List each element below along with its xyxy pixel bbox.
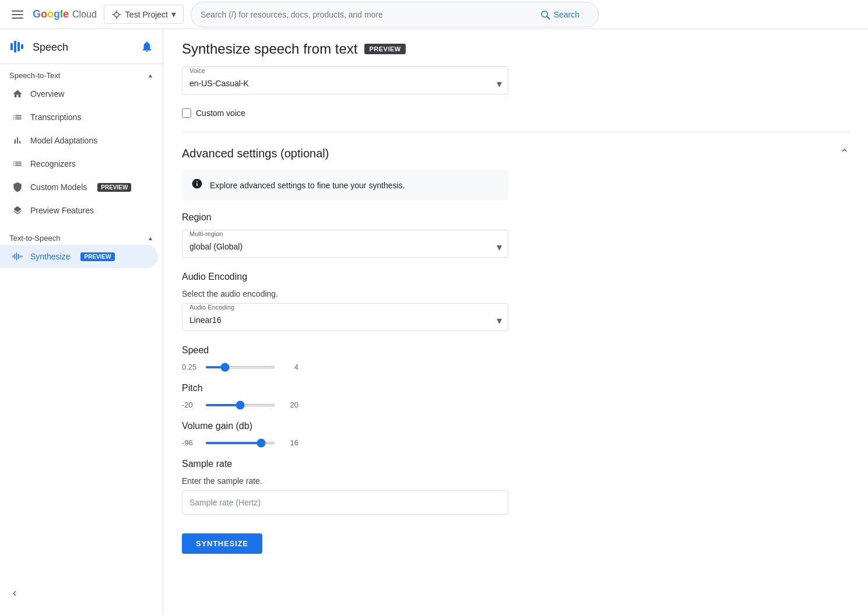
svg-rect-10 — [21, 44, 23, 49]
sidebar-collapse-button[interactable] — [0, 581, 163, 606]
region-section: Region Multi-region global (Global) ▾ — [182, 212, 849, 258]
waveform-icon — [12, 251, 23, 262]
app-header: Speech — [0, 29, 163, 64]
speed-slider[interactable] — [205, 366, 275, 368]
main-content: Synthesize speech from text PREVIEW Voic… — [163, 29, 868, 615]
volume-slider[interactable] — [205, 442, 275, 444]
sidebar-item-model-adaptations[interactable]: Model Adaptations — [0, 129, 158, 152]
speed-section: Speed 0.25 4 — [182, 345, 849, 371]
recognizers-icon — [12, 158, 23, 170]
audio-encoding-section: Audio Encoding Select the audio encoding… — [182, 272, 849, 331]
synthesize-preview-badge: PREVIEW — [80, 252, 114, 261]
svg-rect-8 — [14, 41, 16, 52]
project-icon — [111, 9, 122, 20]
project-name: Test Project — [125, 10, 168, 19]
voice-fieldset: Voice en-US-Casual-K ▾ — [182, 66, 508, 94]
page-preview-badge: PREVIEW — [364, 44, 405, 54]
bar-chart-icon — [12, 135, 23, 146]
svg-point-0 — [114, 12, 119, 17]
search-input[interactable] — [201, 10, 526, 19]
advanced-settings-collapse-icon: ⌃ — [839, 146, 849, 160]
volume-min: -96 — [182, 438, 198, 447]
speech-icon — [9, 38, 26, 57]
search-icon — [540, 9, 550, 20]
sample-rate-wrapper — [182, 490, 508, 515]
collapse-icon — [9, 588, 20, 599]
audio-encoding-fieldlabel: Audio Encoding — [187, 304, 237, 311]
sidebar-item-transcriptions[interactable]: Transcriptions — [0, 106, 158, 129]
sample-rate-title: Sample rate — [182, 459, 849, 469]
info-icon — [191, 178, 203, 192]
stt-section-header[interactable]: Speech-to-Text ▲ — [0, 64, 163, 82]
svg-rect-12 — [15, 254, 16, 259]
volume-title: Volume gain (db) — [182, 421, 849, 431]
pitch-max: 20 — [282, 400, 298, 409]
svg-rect-7 — [10, 43, 13, 50]
volume-max: 16 — [282, 438, 298, 447]
custom-voice-checkbox[interactable] — [182, 108, 191, 118]
voice-field-label: Voice — [187, 67, 208, 74]
page-title: Synthesize speech from text — [182, 41, 357, 57]
stt-chevron-icon: ▲ — [147, 72, 153, 79]
svg-line-6 — [547, 16, 549, 19]
shield-icon — [12, 181, 23, 193]
advanced-settings-title: Advanced settings (optional) — [182, 147, 329, 160]
volume-section: Volume gain (db) -96 16 — [182, 421, 849, 447]
sample-rate-sublabel: Enter the sample rate. — [182, 476, 849, 486]
svg-rect-9 — [17, 42, 20, 51]
speed-min: 0.25 — [182, 363, 198, 371]
info-text: Explore advanced settings to fine tune y… — [210, 181, 405, 190]
sidebar-item-recognizers[interactable]: Recognizers — [0, 152, 158, 175]
sidebar-item-overview[interactable]: Overview — [0, 82, 158, 106]
project-dropdown-icon: ▾ — [171, 9, 176, 20]
region-title: Region — [182, 212, 849, 223]
info-box: Explore advanced settings to fine tune y… — [182, 170, 508, 201]
sidebar-item-synthesize[interactable]: Synthesize PREVIEW — [0, 245, 158, 268]
sample-rate-input[interactable] — [182, 490, 508, 515]
pitch-title: Pitch — [182, 383, 849, 393]
audio-encoding-sublabel: Select the audio encoding. — [182, 289, 849, 298]
speed-max: 4 — [282, 363, 298, 371]
speed-title: Speed — [182, 345, 849, 356]
bell-icon[interactable] — [140, 40, 153, 55]
pitch-section: Pitch -20 20 — [182, 383, 849, 409]
svg-rect-15 — [20, 255, 21, 258]
audio-encoding-fieldset: Audio Encoding Linear16 ▾ — [182, 303, 508, 331]
svg-rect-14 — [18, 254, 19, 259]
sidebar: Speech Speech-to-Text ▲ Overview Transcr… — [0, 29, 163, 615]
project-selector[interactable]: Test Project ▾ — [104, 5, 184, 24]
pitch-min: -20 — [182, 400, 198, 409]
sample-rate-section: Sample rate Enter the sample rate. — [182, 459, 849, 515]
region-select[interactable]: global (Global) — [182, 237, 508, 257]
voice-select[interactable]: en-US-Casual-K — [182, 74, 508, 94]
sidebar-item-custom-models[interactable]: Custom Models PREVIEW — [0, 175, 158, 199]
voice-section: Voice en-US-Casual-K ▾ — [182, 66, 849, 94]
synthesize-button[interactable]: SYNTHESIZE — [182, 533, 262, 554]
custom-voice-section: Custom voice — [182, 108, 849, 118]
pitch-slider[interactable] — [205, 404, 275, 406]
sidebar-item-preview-features[interactable]: Preview Features — [0, 199, 158, 222]
hamburger-menu[interactable] — [9, 8, 26, 21]
app-title: Speech — [33, 41, 68, 54]
tts-section-header[interactable]: Text-to-Speech ▲ — [0, 227, 163, 245]
tts-chevron-icon: ▲ — [147, 235, 153, 241]
google-cloud-logo: Google Cloud — [33, 8, 97, 20]
search-bar[interactable]: Search — [191, 2, 599, 27]
home-icon — [12, 88, 23, 100]
search-button[interactable]: Search — [530, 6, 589, 23]
multi-region-label: Multi-region — [187, 230, 225, 237]
advanced-settings-header[interactable]: Advanced settings (optional) ⌃ — [182, 142, 849, 170]
audio-encoding-select[interactable]: Linear16 — [182, 311, 508, 331]
svg-rect-11 — [13, 255, 14, 258]
top-navigation: Google Cloud Test Project ▾ Search — [0, 0, 868, 29]
svg-rect-13 — [16, 252, 17, 261]
layers-icon — [12, 205, 23, 216]
audio-encoding-title: Audio Encoding — [182, 272, 849, 282]
page-header: Synthesize speech from text PREVIEW — [182, 29, 849, 66]
region-fieldset: Multi-region global (Global) ▾ — [182, 230, 508, 258]
custom-models-preview-badge: PREVIEW — [97, 183, 131, 192]
custom-voice-label: Custom voice — [196, 108, 245, 118]
list-icon — [12, 111, 23, 123]
svg-rect-16 — [22, 256, 23, 258]
